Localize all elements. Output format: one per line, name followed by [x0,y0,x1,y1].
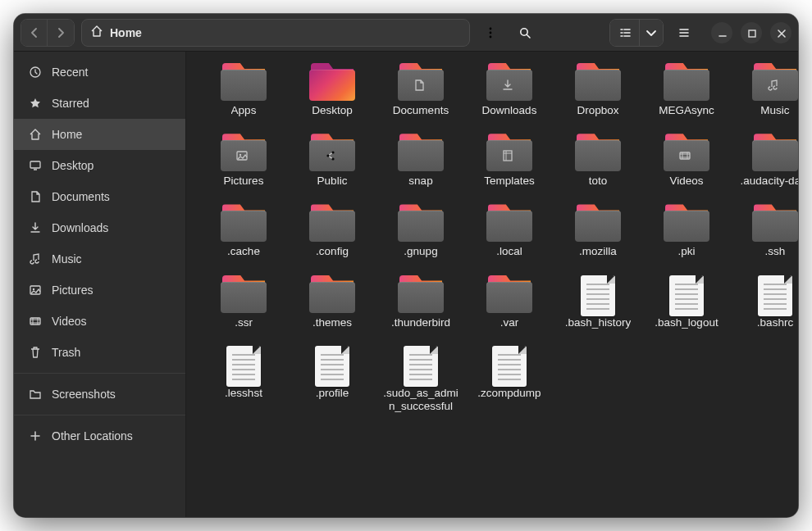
view-options-button[interactable] [640,20,663,46]
folder-item[interactable]: Public [293,134,372,188]
folder-item[interactable]: .pki [647,204,726,258]
folder-icon [398,275,444,313]
folder-item[interactable]: .config [293,204,372,258]
folder-item[interactable]: toto [559,134,637,188]
folder-icon [575,204,621,242]
folder-item[interactable]: Templates [470,134,549,188]
sidebar-item-label: Pictures [52,284,94,297]
minimize-button[interactable] [711,22,732,43]
sidebar-item-music[interactable]: Music [14,243,185,275]
item-label: .config [316,245,349,258]
folder-item[interactable]: .gnupg [381,204,460,258]
forward-button[interactable] [48,20,74,46]
folder-item[interactable]: .ssh [736,204,798,258]
sidebar-item-label: Documents [52,190,110,203]
sidebar-separator [14,415,185,415]
hamburger-menu-button[interactable] [670,20,698,46]
sidebar-item-starred[interactable]: Starred [14,88,185,119]
search-button[interactable] [511,20,539,46]
file-item[interactable]: .sudo_as_admin_successful [381,346,460,413]
sidebar-separator [14,373,185,374]
document-icon [29,190,42,203]
folder-item[interactable]: Videos [647,134,726,188]
folder-icon [486,275,532,313]
file-item[interactable]: .lesshst [204,346,283,413]
file-icon [398,346,444,384]
folder-item[interactable]: Documents [381,63,460,117]
folder-icon [309,63,355,101]
folder-item[interactable]: Music [736,63,798,117]
item-label: Desktop [312,104,353,117]
sidebar-item-recent[interactable]: Recent [14,57,185,88]
folder-item[interactable]: snap [381,134,460,188]
folder-icon [29,388,42,401]
sidebar-item-videos[interactable]: Videos [14,306,185,337]
window-controls [711,22,791,43]
file-grid-view[interactable]: Apps Desktop Documents Downloads Dropbox… [186,52,798,517]
file-item[interactable]: .profile [293,346,372,413]
folder-item[interactable]: Dropbox [559,63,637,117]
folder-icon [486,63,532,101]
sidebar-item-pictures[interactable]: Pictures [14,275,185,306]
music-icon [29,252,42,266]
folder-item[interactable]: .themes [293,275,372,329]
sidebar-item-home[interactable]: Home [14,119,185,150]
back-button[interactable] [21,20,48,46]
folder-icon [752,134,798,171]
sidebar-item-trash[interactable]: Trash [14,337,185,368]
folder-item[interactable]: Apps [204,63,283,117]
folder-icon [486,204,532,242]
folder-item[interactable]: .audacity-data [736,134,798,188]
item-label: .profile [316,387,349,400]
sidebar-item-desktop[interactable]: Desktop [14,150,185,181]
folder-item[interactable]: .mozilla [559,204,637,258]
sidebar-other-locations[interactable]: Other Locations [14,420,185,452]
item-label: Dropbox [577,104,618,117]
path-bar[interactable]: Home [81,19,470,47]
sidebar-item-label: Screenshots [52,388,116,401]
item-label: .ssr [235,316,253,329]
item-label: snap [408,175,432,188]
folder-item[interactable]: .cache [204,204,283,258]
folder-icon [309,134,355,171]
file-grid: Apps Desktop Documents Downloads Dropbox… [204,63,780,413]
folder-item[interactable]: Pictures [204,134,283,188]
folder-item[interactable]: Downloads [470,63,549,117]
sidebar-item-screenshots[interactable]: Screenshots [14,379,185,410]
folder-icon [398,134,444,171]
folder-icon [398,63,444,101]
item-label: Pictures [224,175,264,188]
folder-icon [221,134,267,171]
list-view-button[interactable] [610,20,640,46]
item-label: Music [760,104,789,117]
item-label: .bash_logout [655,316,718,329]
trash-icon [29,346,42,359]
close-button[interactable] [770,22,791,43]
file-item[interactable]: .bash_history [559,275,637,329]
home-icon [29,128,42,141]
file-item[interactable]: .bashrc [736,275,798,329]
view-switcher [609,19,664,47]
file-item[interactable]: .zcompdump [470,346,549,413]
folder-item[interactable]: .thunderbird [381,275,460,329]
plus-icon [29,429,42,442]
folder-item[interactable]: Desktop [293,63,372,117]
path-menu-button[interactable] [477,20,504,46]
item-label: .pki [677,245,695,258]
folder-icon [664,204,709,242]
folder-item[interactable]: .ssr [204,275,283,329]
folder-item[interactable]: MEGAsync [647,63,726,117]
maximize-button[interactable] [741,22,762,43]
sidebar-item-documents[interactable]: Documents [14,181,185,212]
folder-icon [575,63,621,101]
item-label: Public [317,175,348,188]
item-label: Videos [669,175,703,188]
file-item[interactable]: .bash_logout [647,275,726,329]
folder-item[interactable]: .var [470,275,549,329]
item-label: .lesshst [225,387,262,400]
folder-item[interactable]: .local [470,204,549,258]
sidebar-item-downloads[interactable]: Downloads [14,212,185,243]
item-label: Apps [231,104,257,117]
folder-icon [575,134,621,171]
folder-icon [221,275,267,313]
